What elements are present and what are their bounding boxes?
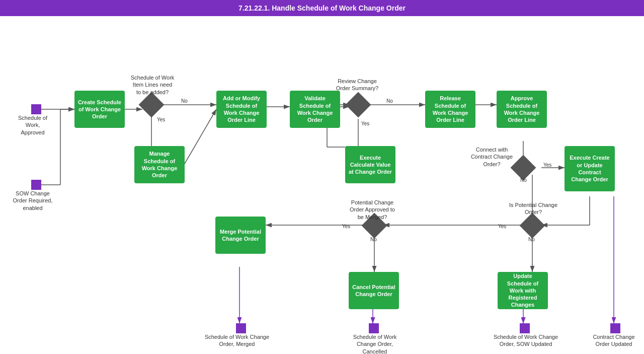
- diamond1: [139, 92, 165, 118]
- diamond3: [511, 155, 536, 181]
- diamond2-no-label: No: [386, 98, 393, 104]
- end-updated-event: [520, 323, 530, 333]
- start-event-2: [31, 180, 41, 190]
- update-sow-box[interactable]: Update Schedule of Work with Registered …: [498, 272, 548, 309]
- svg-line-9: [185, 109, 216, 164]
- end-merged-event: [236, 323, 246, 333]
- diamond3-no-label: No: [520, 177, 527, 183]
- diamond5-yes-label: Yes: [342, 224, 350, 229]
- cancel-box[interactable]: Cancel Potential Change Order: [349, 272, 399, 309]
- header: 7.21.22.1. Handle Schedule of Work Chang…: [0, 0, 644, 16]
- diamond1-no-label: No: [181, 98, 188, 104]
- diamond2-yes-label: Yes: [361, 121, 369, 126]
- end-updated-label: Schedule of Work Change Order, SOW Updat…: [493, 333, 558, 348]
- diamond4-label: Is Potential Change Order?: [508, 201, 558, 216]
- merge-box[interactable]: Merge Potential Change Order: [215, 217, 266, 254]
- end-contract-label: Contract Change Order Updated: [589, 333, 639, 348]
- start-event-1: [31, 104, 41, 114]
- diamond5-label: Potential Change Order Approved to be Me…: [347, 199, 397, 221]
- diamond3-yes-label: Yes: [543, 162, 551, 168]
- diagram-area: Schedule of Work, Approved SOW Change Or…: [0, 16, 644, 354]
- diamond4: [520, 213, 545, 239]
- diamond4-yes-label: Yes: [498, 224, 506, 229]
- end-cancelled-label: Schedule of Work Change Order, Cancelled: [345, 333, 405, 354]
- diamond3-label: Connect with Contract Change Order?: [470, 146, 513, 168]
- diamond2-label: Review Change Order Summary?: [332, 78, 382, 92]
- header-title: 7.21.22.1. Handle Schedule of Work Chang…: [238, 4, 406, 12]
- diamond1-yes-label: Yes: [157, 117, 165, 122]
- diamond5-no-label: No: [370, 237, 377, 242]
- create-sow-box[interactable]: Create Schedule of Work Change Order: [74, 91, 125, 128]
- execute-calc-box[interactable]: Execute Calculate Value at Change Order: [345, 146, 395, 183]
- start-event-2-label: SOW Change Order Required, enabled: [10, 190, 55, 211]
- diamond4-no-label: No: [528, 237, 535, 242]
- add-modify-box[interactable]: Add or Modify Schedule of Work Change Or…: [216, 91, 267, 128]
- validate-box[interactable]: Validate Schedule of Work Change Order: [290, 91, 340, 128]
- execute-create-box[interactable]: Execute Create or Update Contract Change…: [565, 146, 615, 191]
- end-contract-event: [610, 323, 620, 333]
- manage-sow-box[interactable]: Manage Schedule of Work Change Order: [134, 146, 185, 183]
- diamond1-label: Schedule of Work Item Lines need to be a…: [130, 74, 175, 96]
- diamond2: [346, 92, 371, 118]
- approve-box[interactable]: Approve Schedule of Work Change Order Li…: [497, 91, 547, 128]
- end-merged-label: Schedule of Work Change Order, Merged: [204, 333, 270, 348]
- release-box[interactable]: Release Schedule of Work Change Order Li…: [425, 91, 475, 128]
- start-event-1-label: Schedule of Work, Approved: [15, 114, 50, 136]
- end-cancelled-event: [369, 323, 379, 333]
